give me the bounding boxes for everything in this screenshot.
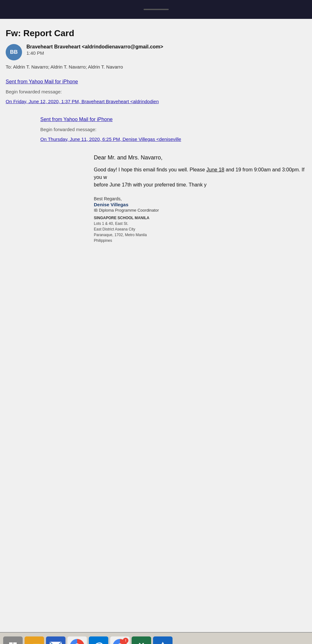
sig-title: IB Diploma Programme Coordinator (94, 208, 306, 213)
sig-address-line3: Paranaque, 1702, Metro Manila (94, 233, 147, 237)
chrome-icon[interactable] (67, 636, 87, 644)
sender-time: 1:40 PM (26, 50, 163, 56)
svg-rect-0 (9, 642, 13, 644)
taskbar: ! X (0, 632, 312, 644)
windows-start-icon[interactable] (3, 636, 23, 644)
signature: Best Regards, Denise Villegas IB Diploma… (94, 196, 306, 243)
excel-x-label: X (139, 641, 145, 644)
edge-icon[interactable] (89, 636, 108, 644)
svg-rect-1 (13, 642, 17, 644)
yahoo-mail-link-1[interactable]: Sent from Yahoo Mail for iPhone (6, 79, 78, 85)
forwarded-label-2: Begin forwarded message: (40, 127, 306, 132)
sender-name: Braveheart Braveheart <aldrindodienavarr… (26, 44, 163, 50)
top-bar-indicator (144, 9, 169, 10)
email-subject: Fw: Report Card (6, 28, 306, 38)
svg-marker-9 (158, 642, 167, 644)
notification-badge: ! (123, 638, 128, 643)
sender-row: BB Braveheart Braveheart <aldrindodienav… (6, 44, 306, 60)
sender-info: Braveheart Braveheart <aldrindodienavarr… (26, 44, 163, 56)
on-date-link-2[interactable]: On Thursday, June 11, 2020, 6:25 PM, Den… (40, 136, 181, 142)
top-bar (0, 0, 312, 19)
avatar: BB (6, 44, 22, 60)
sig-address-line2: East District Aseana City (94, 227, 135, 231)
nested-block-1: Sent from Yahoo Mail for iPhone Begin fo… (40, 117, 306, 243)
body-text: Good day! I hope this email finds you we… (94, 166, 306, 189)
email-container: Fw: Report Card BB Braveheart Braveheart… (0, 19, 312, 632)
yahoo-mail-link-2[interactable]: Sent from Yahoo Mail for iPhone (40, 117, 113, 122)
on-date-link-1[interactable]: On Friday, June 12, 2020, 1:37 PM, Brave… (6, 99, 159, 104)
sig-regards: Best Regards, (94, 196, 306, 201)
sig-school: SINGAPORE SCHOOL MANILA (94, 216, 306, 220)
mail-app-icon[interactable] (46, 636, 65, 644)
nested-block-2: Dear Mr. and Mrs. Navarro, Good day! I h… (94, 154, 306, 243)
file-explorer-icon[interactable] (25, 636, 44, 644)
sig-name: Denise Villegas (94, 202, 306, 207)
dear-line: Dear Mr. and Mrs. Navarro, (94, 154, 306, 161)
excel-icon[interactable]: X (132, 636, 151, 644)
blue-app-icon[interactable] (153, 636, 173, 644)
sig-address-line1: Lots 1 & 40, East St. (94, 221, 128, 226)
sig-address: Lots 1 & 40, East St. East District Asea… (94, 221, 306, 243)
forwarded-label-1: Begin forwarded message: (6, 89, 306, 94)
date-underline: June 18 (207, 167, 224, 172)
chrome2-icon[interactable]: ! (110, 636, 130, 644)
sig-address-line4: Philippines (94, 238, 112, 243)
to-line: To: Aldrin T. Navarro; Aldrin T. Navarro… (6, 64, 306, 69)
